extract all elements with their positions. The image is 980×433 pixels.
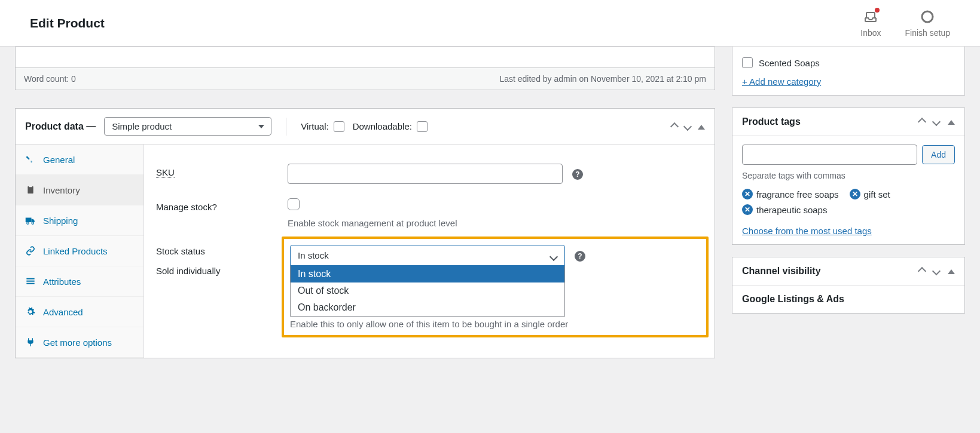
product-data-content: SKU ? Manage stock? Enable stock managem… — [144, 145, 715, 358]
tab-more-label: Get more options — [43, 337, 112, 348]
category-item[interactable]: Scented Soaps — [742, 55, 955, 70]
finish-setup-label: Finish setup — [905, 28, 950, 38]
gear-icon — [25, 306, 36, 317]
virtual-checkbox[interactable] — [334, 121, 344, 132]
add-tag-button[interactable]: Add — [922, 145, 955, 164]
tag-chip[interactable]: ✕ therapeutic soaps — [742, 204, 827, 215]
product-type-select[interactable]: Simple product — [104, 117, 271, 136]
product-tags-title: Product tags — [742, 116, 801, 127]
help-icon[interactable]: ? — [572, 169, 583, 180]
metabox-down-icon[interactable] — [933, 117, 939, 127]
tag-chip[interactable]: ✕ gift set — [850, 189, 890, 199]
stock-status-dropdown: In stock Out of stock On backorder — [290, 266, 565, 317]
finish-setup-icon — [920, 9, 935, 24]
divider — [286, 118, 286, 136]
downloadable-checkbox[interactable] — [417, 121, 428, 132]
stock-status-label: Stock status — [156, 242, 276, 256]
truck-icon — [25, 215, 36, 226]
categories-metabox: Scented Soaps + Add new category — [732, 47, 965, 96]
tab-general[interactable]: General — [16, 145, 144, 175]
stock-option-in-stock[interactable]: In stock — [291, 266, 564, 282]
link-icon — [25, 245, 36, 256]
svg-point-4 — [27, 222, 29, 225]
sku-label: SKU — [156, 164, 276, 177]
top-bar: Edit Product Inbox Finish setup — [0, 0, 980, 47]
virtual-checkbox-label[interactable]: Virtual: — [301, 121, 344, 132]
svg-rect-6 — [26, 278, 34, 280]
category-label: Scented Soaps — [759, 58, 820, 68]
svg-rect-2 — [29, 186, 32, 188]
remove-tag-icon[interactable]: ✕ — [742, 189, 753, 199]
svg-point-5 — [32, 222, 34, 225]
product-tags-metabox: Product tags Add Separate tags with comm… — [732, 108, 965, 245]
metabox-toggle-icon[interactable] — [948, 117, 955, 127]
product-data-header: Product data — Simple product Virtual: D… — [16, 109, 715, 145]
list-icon — [25, 276, 36, 287]
metabox-up-icon[interactable] — [919, 266, 925, 276]
notification-dot-icon — [875, 8, 880, 13]
downloadable-checkbox-label[interactable]: Downloadable: — [353, 121, 428, 132]
channel-visibility-metabox: Channel visibility Google Listings & Ads — [732, 257, 965, 314]
tab-attributes-label: Attributes — [43, 277, 81, 287]
sku-input[interactable] — [288, 164, 563, 184]
metabox-up-icon[interactable] — [919, 117, 925, 127]
tab-linked-label: Linked Products — [43, 246, 108, 256]
panel-down-icon[interactable] — [685, 122, 691, 131]
sold-individually-desc: Enable this to only allow one of this it… — [290, 319, 700, 329]
tab-attributes[interactable]: Attributes — [16, 266, 144, 297]
word-count: Word count: 0 — [24, 74, 76, 84]
tab-shipping-label: Shipping — [43, 216, 78, 226]
tab-inventory[interactable]: Inventory — [16, 175, 144, 205]
stock-option-on-backorder[interactable]: On backorder — [291, 299, 564, 316]
svg-point-0 — [922, 11, 933, 22]
remove-tag-icon[interactable]: ✕ — [742, 204, 753, 215]
choose-tags-link[interactable]: Choose from the most used tags — [742, 226, 872, 236]
inbox-label: Inbox — [860, 28, 881, 38]
manage-stock-label: Manage stock? — [156, 198, 276, 212]
tag-label: gift set — [864, 189, 890, 199]
page-title: Edit Product — [30, 16, 105, 30]
manage-stock-checkbox[interactable] — [288, 198, 300, 210]
tab-shipping[interactable]: Shipping — [16, 205, 144, 236]
svg-rect-7 — [26, 281, 34, 282]
clipboard-icon — [25, 185, 36, 195]
stock-status-highlight: In stock ? In stock Out of stock On back… — [282, 237, 709, 337]
manage-stock-desc: Enable stock management at product level — [288, 218, 703, 228]
tab-get-more[interactable]: Get more options — [16, 327, 144, 358]
svg-rect-3 — [26, 218, 32, 223]
stock-status-select[interactable]: In stock — [290, 245, 565, 266]
metabox-toggle-icon[interactable] — [948, 266, 955, 276]
plug-icon — [25, 337, 36, 348]
tag-label: therapeutic soaps — [756, 205, 827, 215]
topbar-actions: Inbox Finish setup — [860, 9, 950, 38]
help-icon[interactable]: ? — [575, 251, 585, 262]
product-data-tabs: General Inventory Shipping Linked Produc… — [16, 145, 144, 358]
last-edited: Last edited by admin on November 10, 202… — [499, 74, 706, 84]
tab-advanced[interactable]: Advanced — [16, 297, 144, 327]
downloadable-label: Downloadable: — [353, 121, 412, 131]
category-checkbox[interactable] — [742, 57, 753, 68]
tab-advanced-label: Advanced — [43, 307, 83, 317]
finish-setup-button[interactable]: Finish setup — [905, 9, 950, 38]
remove-tag-icon[interactable]: ✕ — [850, 189, 860, 199]
product-data-title: Product data — — [25, 121, 96, 132]
channel-item: Google Listings & Ads — [742, 294, 955, 305]
editor-body-strip — [15, 47, 715, 68]
stock-option-out-of-stock[interactable]: Out of stock — [291, 282, 564, 299]
metabox-down-icon[interactable] — [933, 266, 939, 276]
panel-controls — [671, 122, 705, 131]
editor-footer: Word count: 0 Last edited by admin on No… — [15, 68, 715, 90]
tag-input[interactable] — [742, 145, 917, 165]
panel-toggle-icon[interactable] — [698, 122, 705, 131]
inbox-button[interactable]: Inbox — [860, 9, 881, 38]
virtual-label: Virtual: — [301, 121, 328, 131]
tag-hint: Separate tags with commas — [742, 171, 955, 180]
product-data-panel: Product data — Simple product Virtual: D… — [15, 108, 715, 358]
tag-label: fragrance free soaps — [756, 189, 839, 199]
panel-up-icon[interactable] — [671, 122, 677, 131]
tab-linked-products[interactable]: Linked Products — [16, 236, 144, 266]
inbox-icon — [863, 9, 878, 24]
svg-rect-1 — [28, 186, 33, 194]
add-category-link[interactable]: + Add new category — [742, 76, 821, 87]
tag-chip[interactable]: ✕ fragrance free soaps — [742, 189, 839, 199]
